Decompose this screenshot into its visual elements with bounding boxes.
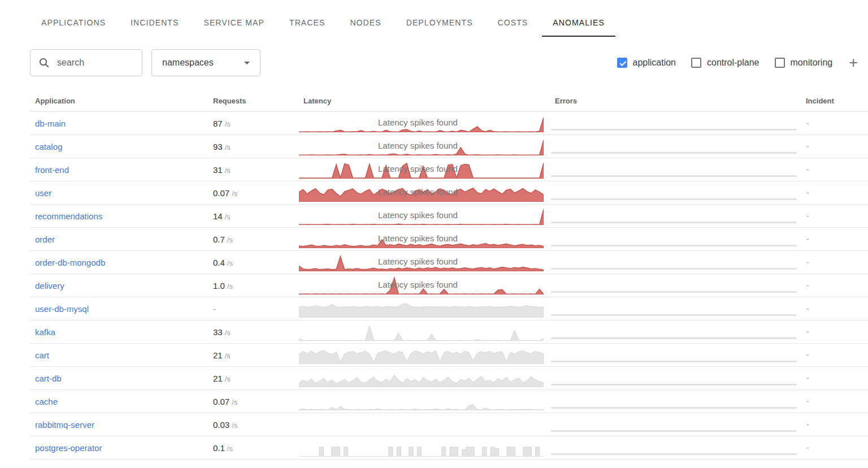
incident-value: - (806, 350, 809, 359)
application-link-catalog[interactable]: catalog (35, 142, 62, 151)
namespace-filter-control-plane[interactable]: control-plane (691, 58, 760, 68)
requests-value: 14 (213, 211, 223, 221)
application-link-user-db-mysql[interactable]: user-db-mysql (35, 304, 89, 314)
tab-nodes[interactable]: Nodes (339, 11, 392, 37)
checkbox-icon[interactable] (775, 58, 785, 68)
latency-sparkline-alert[interactable] (299, 231, 544, 248)
latency-cell[interactable]: Latency spikes found (292, 158, 548, 181)
latency-sparkline-alert[interactable] (299, 254, 544, 271)
latency-cell[interactable] (292, 320, 548, 343)
application-link-cart-db[interactable]: cart-db (35, 374, 62, 383)
errors-sparkline (551, 314, 797, 316)
tab-service-map[interactable]: Service Map (193, 11, 275, 37)
application-cell: user-db-mysql (30, 297, 206, 320)
latency-sparkline[interactable] (299, 346, 544, 364)
errors-cell (548, 320, 799, 343)
requests-cell: 0.4 /s (206, 258, 292, 267)
latency-cell[interactable]: Latency spikes found (292, 181, 548, 204)
errors-cell (548, 205, 799, 227)
errors-sparkline (551, 453, 797, 455)
latency-cell[interactable] (292, 436, 548, 459)
latency-sparkline[interactable] (299, 370, 544, 387)
requests-cell: 21 /s (206, 350, 292, 360)
table-row-cart-db: cart-db 21 /s - (30, 367, 868, 390)
application-link-rabbitmq-server[interactable]: rabbitmq-server (35, 420, 94, 430)
errors-sparkline (551, 268, 797, 270)
column-header-application: Application (30, 97, 206, 105)
latency-cell[interactable]: Latency spikes found (292, 274, 548, 297)
latency-sparkline-alert[interactable] (299, 161, 544, 179)
application-cell: kafka (30, 320, 206, 343)
latency-cell[interactable]: Latency spikes found (292, 251, 548, 274)
requests-unit: /s (227, 236, 233, 244)
errors-cell (548, 251, 799, 274)
errors-cell (548, 297, 799, 320)
requests-value: 21 (213, 350, 223, 360)
latency-sparkline-alert[interactable] (299, 138, 544, 155)
latency-sparkline-alert[interactable] (299, 115, 544, 132)
application-link-order[interactable]: order (35, 235, 55, 244)
search-input[interactable] (56, 57, 134, 68)
incident-cell: - (799, 367, 868, 389)
application-link-postgres-operator[interactable]: postgres-operator (35, 443, 102, 453)
application-link-user[interactable]: user (35, 188, 51, 198)
latency-cell[interactable] (292, 344, 548, 366)
application-link-db-main[interactable]: db-main (35, 119, 66, 128)
application-link-cache[interactable]: cache (35, 397, 58, 406)
tab-incidents[interactable]: Incidents (120, 11, 189, 37)
incident-cell: - (799, 297, 868, 320)
requests-unit: /s (225, 120, 231, 128)
checkbox-icon[interactable] (617, 58, 627, 68)
table-row-delivery: delivery 1.0 /s Latency spikes found - (30, 274, 868, 297)
namespace-filter-application[interactable]: application (617, 58, 676, 68)
add-namespace-filter-button[interactable]: + (848, 57, 859, 68)
tab-costs[interactable]: Costs (487, 11, 539, 37)
application-link-cart[interactable]: cart (35, 350, 49, 360)
checkbox-icon[interactable] (691, 58, 701, 68)
latency-sparkline-alert[interactable] (299, 207, 544, 225)
requests-cell: 93 /s (206, 142, 292, 151)
latency-sparkline-alert[interactable] (299, 184, 544, 202)
tab-anomalies[interactable]: Anomalies (542, 11, 615, 37)
tab-applications[interactable]: Applications (31, 11, 116, 37)
latency-sparkline[interactable] (299, 439, 544, 457)
errors-sparkline (551, 430, 797, 432)
latency-cell[interactable]: Latency spikes found (292, 135, 548, 158)
latency-sparkline-alert[interactable] (299, 277, 544, 294)
latency-cell[interactable] (292, 390, 548, 413)
requests-unit: /s (232, 421, 237, 430)
latency-sparkline[interactable] (299, 323, 544, 341)
incident-cell: - (799, 274, 868, 297)
tab-traces[interactable]: Traces (279, 11, 336, 37)
table-row-order: order 0.7 /s Latency spikes found - (30, 228, 868, 251)
errors-cell (548, 135, 799, 158)
application-link-front-end[interactable]: front-end (35, 165, 69, 175)
table-row-user: user 0.07 /s Latency spikes found - (30, 181, 868, 205)
latency-sparkline[interactable] (299, 393, 544, 410)
namespaces-dropdown[interactable]: namespaces (151, 49, 261, 76)
latency-cell[interactable]: Latency spikes found (292, 205, 548, 227)
application-link-order-db-mongodb[interactable]: order-db-mongodb (35, 258, 105, 267)
tab-deployments[interactable]: Deployments (396, 11, 484, 37)
incident-value: - (806, 235, 809, 244)
requests-unit: /s (225, 213, 231, 221)
latency-cell[interactable] (292, 367, 548, 389)
requests-cell: 33 /s (206, 327, 292, 337)
search-box[interactable] (30, 49, 142, 76)
latency-cell[interactable]: Latency spikes found (292, 228, 548, 250)
incident-value: - (806, 281, 809, 290)
incident-value: - (806, 420, 809, 429)
requests-value: 0.1 (213, 443, 225, 453)
incident-cell: - (799, 135, 868, 158)
errors-sparkline (551, 384, 797, 385)
namespace-filter-monitoring[interactable]: monitoring (775, 58, 833, 68)
application-link-kafka[interactable]: kafka (35, 327, 55, 337)
latency-sparkline[interactable] (299, 300, 544, 318)
search-icon (38, 57, 50, 68)
table-row-postgres-operator: postgres-operator 0.1 /s - (30, 436, 868, 460)
latency-cell[interactable]: Latency spikes found (292, 112, 548, 135)
incident-cell: - (799, 158, 868, 181)
latency-cell[interactable] (292, 297, 548, 320)
application-link-recommendations[interactable]: recommendations (35, 211, 102, 221)
application-link-delivery[interactable]: delivery (35, 281, 64, 291)
